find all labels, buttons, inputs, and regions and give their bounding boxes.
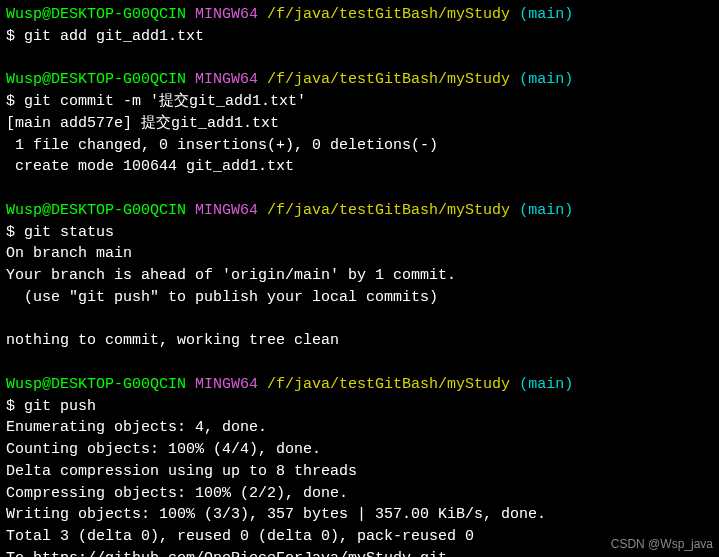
command-text: git commit -m '提交git_add1.txt' — [24, 93, 306, 110]
mingw-label: MINGW64 — [195, 71, 258, 88]
git-branch: (main) — [519, 6, 573, 23]
output-line: Delta compression using up to 8 threads — [6, 461, 713, 483]
prompt-line: Wusp@DESKTOP-G00QCIN MINGW64 /f/java/tes… — [6, 200, 713, 222]
user-host: Wusp@DESKTOP-G00QCIN — [6, 202, 186, 219]
prompt-line: Wusp@DESKTOP-G00QCIN MINGW64 /f/java/tes… — [6, 69, 713, 91]
command-text: git push — [24, 398, 96, 415]
prompt-line: Wusp@DESKTOP-G00QCIN MINGW64 /f/java/tes… — [6, 4, 713, 26]
user-host: Wusp@DESKTOP-G00QCIN — [6, 376, 186, 393]
watermark: CSDN @Wsp_java — [611, 536, 713, 553]
user-host: Wusp@DESKTOP-G00QCIN — [6, 6, 186, 23]
blank-line — [6, 309, 713, 331]
git-branch: (main) — [519, 376, 573, 393]
cwd-path: /f/java/testGitBash/myStudy — [267, 376, 510, 393]
output-line: To https://github.com/OnePieceForJava/my… — [6, 548, 713, 557]
command-text: git status — [24, 224, 114, 241]
prompt-symbol: $ — [6, 224, 24, 241]
command-line[interactable]: $ git status — [6, 222, 713, 244]
prompt-symbol: $ — [6, 93, 24, 110]
blank-line — [6, 352, 713, 374]
mingw-label: MINGW64 — [195, 6, 258, 23]
output-line: Counting objects: 100% (4/4), done. — [6, 439, 713, 461]
command-line[interactable]: $ git commit -m '提交git_add1.txt' — [6, 91, 713, 113]
output-line: Your branch is ahead of 'origin/main' by… — [6, 265, 713, 287]
git-branch: (main) — [519, 71, 573, 88]
user-host: Wusp@DESKTOP-G00QCIN — [6, 71, 186, 88]
output-line: nothing to commit, working tree clean — [6, 330, 713, 352]
cwd-path: /f/java/testGitBash/myStudy — [267, 6, 510, 23]
mingw-label: MINGW64 — [195, 376, 258, 393]
output-line: Writing objects: 100% (3/3), 357 bytes |… — [6, 504, 713, 526]
blank-line — [6, 48, 713, 70]
output-line: On branch main — [6, 243, 713, 265]
command-line[interactable]: $ git push — [6, 396, 713, 418]
output-line: [main add577e] 提交git_add1.txt — [6, 113, 713, 135]
mingw-label: MINGW64 — [195, 202, 258, 219]
git-branch: (main) — [519, 202, 573, 219]
blank-line — [6, 178, 713, 200]
cwd-path: /f/java/testGitBash/myStudy — [267, 202, 510, 219]
command-line[interactable]: $ git add git_add1.txt — [6, 26, 713, 48]
output-line: Total 3 (delta 0), reused 0 (delta 0), p… — [6, 526, 713, 548]
cwd-path: /f/java/testGitBash/myStudy — [267, 71, 510, 88]
output-line: Enumerating objects: 4, done. — [6, 417, 713, 439]
output-line: create mode 100644 git_add1.txt — [6, 156, 713, 178]
prompt-line: Wusp@DESKTOP-G00QCIN MINGW64 /f/java/tes… — [6, 374, 713, 396]
prompt-symbol: $ — [6, 28, 24, 45]
output-line: Compressing objects: 100% (2/2), done. — [6, 483, 713, 505]
output-line: 1 file changed, 0 insertions(+), 0 delet… — [6, 135, 713, 157]
command-text: git add git_add1.txt — [24, 28, 204, 45]
output-line: (use "git push" to publish your local co… — [6, 287, 713, 309]
prompt-symbol: $ — [6, 398, 24, 415]
